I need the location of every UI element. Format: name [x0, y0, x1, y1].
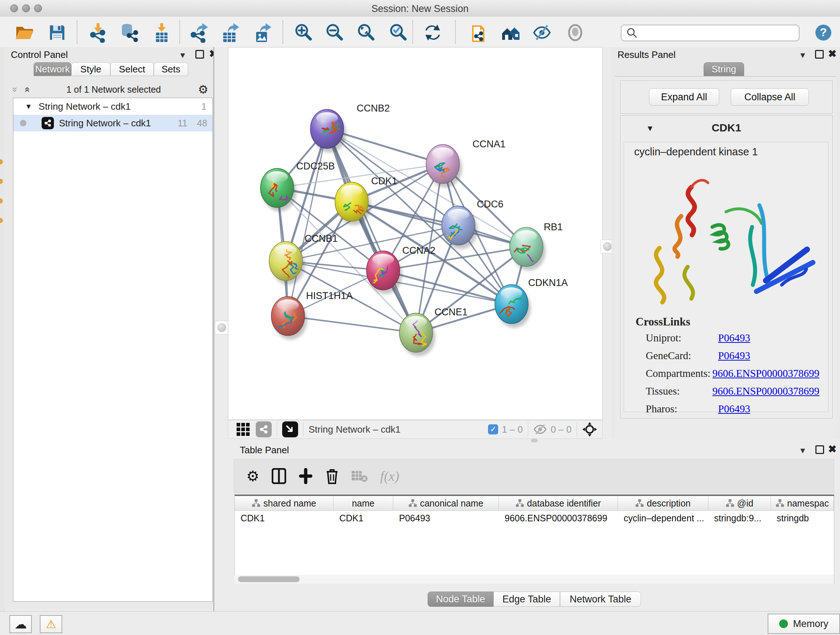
table-cell[interactable]: stringdb:9... [708, 511, 771, 525]
attribute-icon [515, 499, 524, 508]
table-panel-float-icon[interactable] [815, 445, 824, 454]
protein-detail-card: cyclin–dependent kinase 1 [624, 142, 829, 412]
string-network-graph[interactable]: CCNB2CCNA1CDC25BCDK1CDC6RB1CCNB1CCNA2CDK… [228, 48, 602, 420]
left-splitter[interactable] [213, 47, 229, 611]
string-enhance-icon[interactable] [256, 421, 272, 437]
results-panel-float-icon[interactable] [815, 50, 824, 59]
open-session-icon[interactable] [14, 22, 35, 43]
table-cell[interactable]: stringdb [771, 511, 834, 525]
column-header-name[interactable]: name [333, 496, 393, 510]
save-session-icon[interactable] [46, 22, 68, 43]
tab-style[interactable]: Style [71, 62, 111, 76]
control-panel-menu-arrow-icon[interactable]: ▼ [179, 51, 187, 60]
attribute-icon [726, 499, 734, 508]
tab-select[interactable]: Select [111, 62, 154, 76]
delete-column-trash-icon[interactable] [325, 468, 339, 484]
delete-table-icon[interactable] [351, 470, 368, 483]
zoom-out-icon[interactable] [324, 22, 346, 43]
column-header-canonical-name[interactable]: canonical name [393, 496, 499, 510]
hide-panel-eye-icon[interactable] [531, 22, 553, 43]
column-header-@id[interactable]: @id [708, 496, 771, 510]
left-splitter-knob[interactable] [215, 321, 229, 334]
memory-button[interactable]: Memory [767, 614, 840, 634]
network-canvas[interactable]: CCNB2CCNA1CDC25BCDK1CDC6RB1CCNB1CCNA2CDK… [228, 47, 603, 420]
import-network-from-database-icon[interactable] [118, 22, 139, 43]
table-cell[interactable]: P06493 [393, 511, 499, 525]
tab-network-table[interactable]: Network Table [560, 592, 641, 607]
crosslink-link[interactable]: P06493 [718, 332, 750, 344]
expand-all-icon[interactable]: » [21, 87, 32, 92]
import-string-network-icon[interactable] [469, 22, 491, 43]
collapse-all-icon[interactable]: » [9, 87, 21, 92]
control-panel: Control Panel ▼ ✖ Network Style Select S… [4, 47, 213, 609]
import-table-from-file-icon[interactable] [151, 22, 172, 43]
crosslink-link[interactable]: P06493 [718, 403, 750, 415]
horizontal-splitter-knob[interactable] [531, 439, 538, 442]
fit-selected-crosshair-icon[interactable] [582, 422, 597, 437]
table-settings-gear-icon[interactable]: ⚙ [246, 468, 259, 485]
tab-network[interactable]: Network [34, 62, 71, 76]
zoom-in-icon[interactable] [293, 22, 315, 43]
string-home-icon[interactable] [500, 22, 522, 43]
window-title-bar: Session: New Session [0, 0, 840, 17]
cloud-icon: ☁ [14, 617, 27, 631]
network-collection-row[interactable]: ▼ String Network – cdk1 1 [13, 98, 212, 115]
column-header-description[interactable]: description [618, 496, 708, 510]
collapse-all-button[interactable]: Collapse All [731, 88, 809, 106]
tab-string[interactable]: String [704, 62, 744, 76]
show-columns-icon[interactable] [272, 468, 286, 484]
apply-layout-icon[interactable] [422, 22, 444, 43]
table-row[interactable]: CDK1CDK1P064939606.ENSP00000378699cyclin… [235, 511, 834, 525]
protein-name: CDK1 [621, 122, 832, 134]
open-in-window-icon[interactable] [282, 421, 298, 437]
control-panel-float-icon[interactable] [195, 50, 204, 59]
crosslink-link[interactable]: 9606.ENSP00000378699 [712, 367, 819, 379]
horizontal-splitter[interactable] [228, 439, 840, 442]
right-splitter[interactable] [603, 47, 611, 442]
disclosure-triangle-icon[interactable]: ▼ [25, 103, 32, 111]
crosslink-link[interactable]: 9606.ENSP00000378699 [712, 385, 819, 397]
create-column-icon[interactable] [298, 468, 313, 484]
toolbar-search-field[interactable] [621, 25, 799, 41]
zoom-fit-icon[interactable] [355, 22, 377, 43]
tab-node-table[interactable]: Node Table [428, 592, 493, 607]
hidden-nodes-eye-icon[interactable] [533, 424, 547, 435]
results-panel-menu-arrow-icon[interactable]: ▼ [799, 51, 807, 60]
export-table-to-file-icon[interactable] [219, 22, 241, 43]
selected-nodes-checkbox[interactable]: ✓ [488, 424, 498, 434]
column-header-database-identifier[interactable]: database identifier [499, 496, 618, 510]
protein-description: cyclin–dependent kinase 1 [634, 146, 758, 158]
import-network-from-file-icon[interactable] [87, 22, 109, 43]
cloud-button[interactable]: ☁ [9, 615, 32, 633]
protein-section: ▼ CDK1 cyclin–dependent kinase 1 [620, 115, 833, 418]
birds-eye-view-icon[interactable] [236, 423, 250, 436]
table-cell[interactable]: 9606.ENSP00000378699 [499, 511, 618, 525]
expand-all-button[interactable]: Expand All [649, 88, 719, 106]
network-options-gear-icon[interactable]: ⚙ [198, 82, 208, 96]
gray-eye-icon[interactable] [564, 22, 586, 43]
control-panel-title: Control Panel [11, 49, 68, 60]
column-header-namespac[interactable]: namespac [771, 496, 834, 510]
help-icon[interactable]: ? [815, 24, 832, 41]
table-cell[interactable]: CDK1 [333, 511, 393, 525]
svg-text:CDC6: CDC6 [477, 199, 504, 210]
table-panel-menu-arrow-icon[interactable]: ▼ [799, 446, 807, 455]
export-network-to-file-icon[interactable] [188, 22, 210, 43]
scrollbar-thumb[interactable] [238, 576, 300, 582]
crosslink-link[interactable]: P06493 [718, 350, 750, 362]
tab-edge-table[interactable]: Edge Table [493, 592, 560, 607]
results-panel-close-icon[interactable]: ✖ [828, 48, 836, 60]
function-builder-icon[interactable]: f(x) [380, 468, 399, 484]
zoom-selected-icon[interactable] [388, 22, 409, 43]
table-panel-close-icon[interactable]: ✖ [828, 443, 836, 455]
column-header-shared-name[interactable]: shared name [235, 496, 333, 510]
export-image-icon[interactable] [252, 22, 273, 43]
warning-button[interactable]: ⚠ [40, 615, 62, 633]
crosslink-label: Pharos: [646, 403, 718, 415]
toolbar-separator [412, 20, 413, 43]
table-cell[interactable]: cyclin–dependent ... [618, 511, 708, 525]
network-row[interactable]: String Network – cdk1 11 48 [13, 115, 212, 131]
table-cell[interactable]: CDK1 [235, 511, 333, 525]
tab-sets[interactable]: Sets [154, 62, 188, 76]
table-horizontal-scrollbar[interactable] [234, 575, 834, 584]
